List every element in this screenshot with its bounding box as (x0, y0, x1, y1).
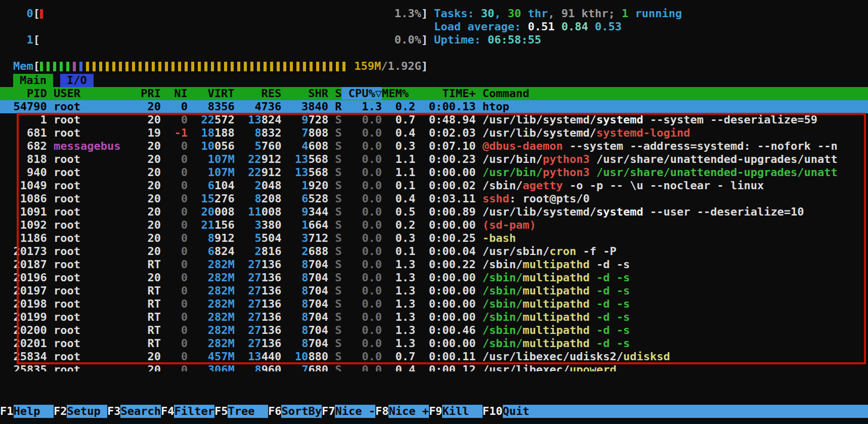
process-row-1049[interactable]: 1049 root 20 0 6104 2048 1920 S 0.0 0.1 … (0, 179, 868, 192)
fkey-f10[interactable]: F10 (483, 405, 503, 418)
process-row-818[interactable]: 818 root 20 0 107M 22912 13568 S 0.0 1.1… (0, 153, 868, 166)
user-cell: root (54, 166, 120, 179)
fkey-f2[interactable]: F2 (54, 405, 67, 418)
user-cell: root (54, 271, 120, 284)
process-row-1091[interactable]: 1091 root 20 0 20008 11008 9344 S 0.0 0.… (0, 205, 868, 219)
process-row-1186[interactable]: 1186 root 20 0 8912 5504 3712 S 0.0 0.3 … (0, 232, 868, 245)
mem-cell: 0.4 (382, 126, 415, 139)
fkey-f1[interactable]: F1 (0, 405, 14, 418)
pid-cell: 20198 (0, 298, 47, 310)
fkey-label-tree[interactable]: Tree (228, 405, 268, 418)
tab-io[interactable]: I/O (60, 74, 94, 87)
time-cell: 0:07.10 (415, 140, 475, 152)
command-cell: --system --address=systemd: --nofork --n (563, 140, 838, 152)
fkey-label-setup[interactable]: Setup (67, 405, 107, 418)
command-cell: /usr/lib/systemd/ (483, 205, 596, 218)
time-cell: 0:00.11 (415, 350, 475, 363)
fkey-label-help[interactable]: Help (14, 405, 54, 418)
ni-cell: 0 (161, 245, 188, 258)
command-cell: /sbin/ (483, 258, 523, 271)
ni-cell: 0 (161, 298, 188, 310)
pri-cell: 20 (120, 245, 160, 258)
pri-cell: RT (120, 311, 160, 323)
time-cell: 0:00.22 (415, 258, 475, 271)
htop-terminal: 0[1.3%] 1[0.0%]Mem[159M/1.92G]Swp[988K/1… (0, 0, 868, 424)
mem-cell: 1.3 (382, 337, 415, 350)
state-cell: S (328, 140, 342, 152)
process-row-20199[interactable]: 20199 root RT 0 282M 27136 8704 S 0.0 1.… (0, 311, 868, 324)
state-cell: S (328, 153, 342, 165)
mem-cell: 0.4 (382, 363, 415, 371)
mem-cell: 0.2 (382, 219, 415, 231)
fkey-f8[interactable]: F8 (375, 405, 389, 418)
command-cell: sshd (483, 192, 509, 205)
process-row-682[interactable]: 682 messagebus 20 0 10056 5760 4608 S 0.… (0, 140, 868, 153)
mem-cell: 1.1 (382, 153, 415, 165)
cpu-cell: 0.0 (342, 219, 382, 231)
fkey-label-filter[interactable]: Filter (174, 405, 214, 418)
mem-cell: 0.4 (382, 192, 415, 205)
command-cell: multipathd (523, 298, 589, 310)
fkey-f7[interactable]: F7 (322, 405, 335, 418)
command-cell: /sbin/ (483, 324, 523, 336)
ni-cell: -1 (161, 126, 188, 139)
meter-bar-yellow (342, 62, 345, 71)
cpu1-meter: 1[0.0%] (13, 33, 428, 47)
user-cell: root (54, 258, 120, 271)
fkey-label-quit[interactable]: Quit (503, 405, 543, 418)
process-table-header[interactable]: PID USER PRI NI VIRT RES SHR S CPU%▽MEM%… (0, 87, 868, 100)
cpu-cell: 0.0 (342, 232, 382, 244)
process-row-681[interactable]: 681 root 19 -1 18188 8832 7808 S 0.0 0.4… (0, 126, 868, 140)
pri-cell: 20 (120, 192, 160, 205)
meter-bar-yellow (198, 62, 201, 71)
time-cell: 0:00.13 (415, 100, 475, 113)
process-row-1086[interactable]: 1086 root 20 0 15276 8208 6528 S 0.0 0.4… (0, 192, 868, 205)
pid-cell: 1186 (0, 232, 47, 244)
fkey-f4[interactable]: F4 (161, 405, 175, 418)
fkey-f6[interactable]: F6 (268, 405, 282, 418)
mem-cell: 0.1 (382, 179, 415, 192)
pri-cell: 20 (120, 350, 160, 363)
process-row-20196[interactable]: 20196 root 20 0 282M 27136 8704 S 0.0 1.… (0, 271, 868, 284)
process-row-20198[interactable]: 20198 root RT 0 282M 27136 8704 S 0.0 1.… (0, 298, 868, 311)
process-row-20173[interactable]: 20173 root 20 0 6824 2816 2688 S 0.0 0.1… (0, 245, 868, 258)
process-row-25835[interactable]: 25835 root 20 0 306M 8960 7680 S 0.0 0.4… (0, 363, 868, 371)
time-cell: 0:00.00 (415, 219, 475, 231)
fkey-label-sortby[interactable]: SortBy (281, 405, 321, 418)
mem-cell: 1.3 (382, 258, 415, 271)
process-row-20197[interactable]: 20197 root RT 0 282M 27136 8704 S 0.0 1.… (0, 284, 868, 298)
header-sort-column-cpu[interactable]: CPU%▽ (342, 87, 382, 100)
process-row-1[interactable]: 1 root 20 0 22572 13824 9728 S 0.0 0.7 0… (0, 113, 868, 126)
cpu-cell: 0.0 (342, 271, 382, 284)
memory-meter-value: 159M/1.92G (354, 60, 421, 73)
ni-cell: 0 (161, 219, 188, 231)
fkey-f5[interactable]: F5 (214, 405, 228, 418)
tab-main[interactable]: Main (13, 74, 53, 87)
cpu-cell: 0.0 (342, 324, 382, 336)
process-row-54790[interactable]: 54790 root 20 0 8356 4736 3840 R 1.3 0.2… (0, 100, 868, 113)
cpu-cell: 0.0 (342, 245, 382, 258)
process-row-20200[interactable]: 20200 root RT 0 282M 27136 8704 S 0.0 1.… (0, 324, 868, 337)
fkey-label-nice[interactable]: Nice + (388, 405, 428, 418)
process-row-1092[interactable]: 1092 root 20 0 21156 3380 1664 S 0.0 0.2… (0, 219, 868, 232)
fkey-label-nice[interactable]: Nice - (335, 405, 375, 418)
fkey-label-search[interactable]: Search (120, 405, 160, 418)
tasks-summary: Tasks: 30, 30 thr, 91 kthr; 1 running (434, 7, 682, 20)
fkey-label-kill[interactable]: Kill (442, 405, 482, 418)
process-row-940[interactable]: 940 root 20 0 107M 22912 13568 S 0.0 1.1… (0, 166, 868, 179)
fkey-f9[interactable]: F9 (429, 405, 443, 418)
pri-cell: 20 (120, 153, 160, 165)
meter-bar-yellow (211, 62, 214, 71)
process-row-20201[interactable]: 20201 root RT 0 282M 27136 8704 S 0.0 1.… (0, 337, 868, 350)
command-cell: /sbin/ (483, 298, 523, 310)
command-cell: multipathd (523, 324, 589, 336)
pid-cell: 20187 (0, 258, 47, 271)
ni-cell: 0 (161, 179, 188, 192)
state-cell: S (328, 284, 342, 297)
pri-cell: 20 (120, 113, 160, 126)
command-cell: /sbin/ (483, 179, 523, 192)
process-row-20187[interactable]: 20187 root RT 0 282M 27136 8704 S 0.0 1.… (0, 258, 868, 271)
process-row-25834[interactable]: 25834 root 20 0 457M 13440 10880 S 0.0 0… (0, 350, 868, 363)
uptime: Uptime: 06:58:55 (434, 33, 541, 47)
fkey-f3[interactable]: F3 (107, 405, 121, 418)
